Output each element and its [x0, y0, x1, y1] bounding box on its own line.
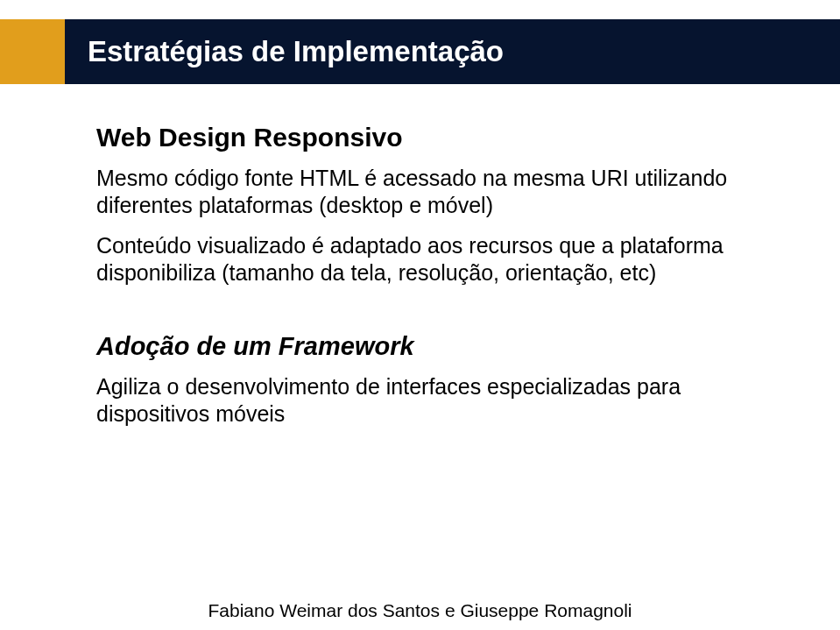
paragraph-2: Conteúdo visualizado é adaptado aos recu… [96, 232, 787, 287]
section-heading-2: Adoção de um Framework [96, 332, 787, 361]
paragraph-1: Mesmo código fonte HTML é acessado na me… [96, 165, 787, 220]
section-heading-1: Web Design Responsivo [96, 123, 787, 152]
slide-title: Estratégias de Implementação [88, 35, 504, 68]
title-bar: Estratégias de Implementação [65, 19, 840, 84]
paragraph-3: Agiliza o desenvolvimento de interfaces … [96, 373, 787, 428]
footer-text: Fabiano Weimar dos Santos e Giuseppe Rom… [208, 600, 632, 620]
slide-content: Web Design Responsivo Mesmo código fonte… [96, 123, 787, 441]
accent-block [0, 19, 65, 84]
slide-footer: Fabiano Weimar dos Santos e Giuseppe Rom… [0, 600, 840, 621]
slide: Estratégias de Implementação Web Design … [0, 0, 840, 630]
slide-header: Estratégias de Implementação [0, 19, 840, 84]
